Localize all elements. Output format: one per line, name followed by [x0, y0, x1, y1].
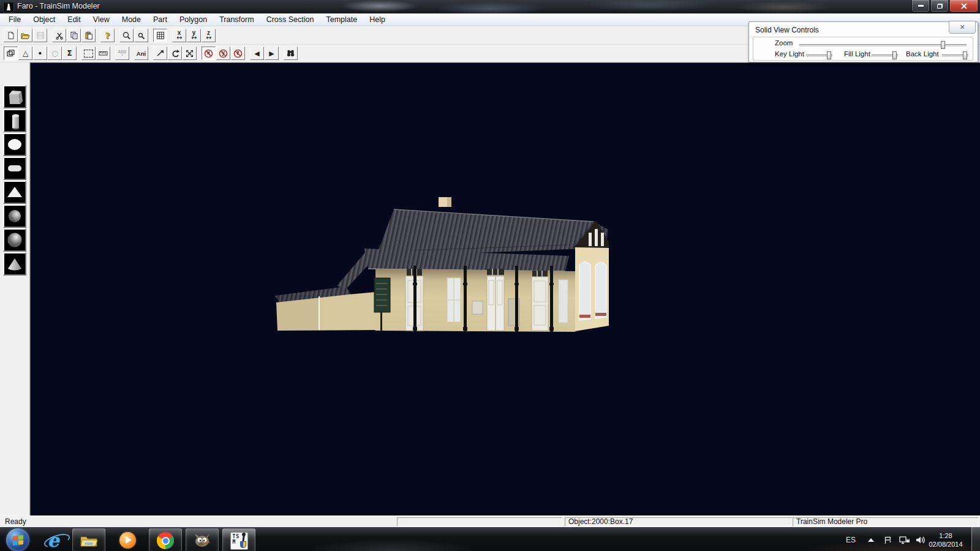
triangle-tool-button[interactable]: △: [18, 47, 32, 60]
primitive-capsule-button[interactable]: [3, 157, 26, 180]
box-tool-button[interactable]: [4, 47, 18, 60]
magnifier-icon: [122, 31, 131, 40]
menu-file[interactable]: File: [2, 14, 27, 25]
circle-tool-button[interactable]: ○: [48, 47, 62, 60]
zoom-slider[interactable]: [799, 44, 967, 47]
measure-button[interactable]: [96, 47, 110, 60]
zoom-slider-thumb[interactable]: [941, 41, 945, 49]
taskbar-internet-explorer[interactable]: e: [39, 527, 67, 551]
up-arrow-icon: [868, 538, 874, 542]
tray-network[interactable]: [895, 527, 913, 551]
app-icon[interactable]: [3, 2, 14, 13]
lock-z-button[interactable]: z: [231, 47, 245, 60]
primitive-ellipse-button[interactable]: [3, 133, 26, 156]
box-wireframe-icon: [6, 49, 15, 58]
cut-scissors-icon: [55, 31, 64, 40]
tray-action-center[interactable]: [880, 527, 895, 551]
panel-title: Solid View Controls: [755, 26, 819, 34]
model-viewport[interactable]: [30, 62, 980, 515]
wire-sphere-icon: [4, 206, 25, 227]
add-part-button[interactable]: ADD▪: [115, 47, 129, 60]
back-light-slider[interactable]: [942, 54, 968, 58]
primitive-wire-sphere-button[interactable]: [3, 204, 26, 228]
menu-view[interactable]: View: [87, 14, 116, 25]
menu-object[interactable]: Object: [27, 14, 61, 25]
move-tool-button[interactable]: [153, 47, 167, 60]
primitive-triangle-button[interactable]: [3, 181, 26, 204]
axis-y-button[interactable]: y↔: [187, 29, 201, 42]
taskbar-chrome[interactable]: [149, 528, 182, 551]
fill-light-thumb[interactable]: [892, 51, 897, 59]
gimp-icon: [193, 532, 211, 549]
save-button[interactable]: [33, 29, 47, 42]
taskbar-media-player[interactable]: [113, 527, 142, 551]
open-file-button[interactable]: [18, 29, 32, 42]
new-file-button[interactable]: [4, 29, 18, 42]
tray-clock[interactable]: 1:28 02/08/2014: [922, 527, 969, 551]
trainsim-modeler-icon: TS M: [230, 532, 248, 550]
point-tool-button[interactable]: •: [33, 47, 47, 60]
taskbar-trainsim-modeler[interactable]: TS M: [222, 528, 255, 551]
paste-button[interactable]: [81, 29, 96, 42]
primitive-cylinder-button[interactable]: [3, 109, 26, 132]
taskbar-windows-explorer[interactable]: [72, 528, 105, 551]
primitive-cube-button[interactable]: [3, 85, 26, 108]
animation-button[interactable]: Ani: [134, 47, 148, 60]
menu-edit[interactable]: Edit: [61, 14, 87, 25]
axis-x-button[interactable]: x↔: [172, 29, 186, 42]
key-light-thumb[interactable]: [827, 51, 831, 59]
next-button[interactable]: ▶: [265, 47, 279, 60]
scale-tool-button[interactable]: [183, 47, 197, 60]
zoom-out-button[interactable]: [134, 29, 148, 42]
show-desktop-button[interactable]: [971, 527, 980, 551]
menu-cross-section[interactable]: Cross Section: [260, 14, 320, 25]
menu-help[interactable]: Help: [363, 14, 391, 25]
sphere-icon: [4, 230, 25, 250]
key-light-slider[interactable]: [806, 54, 832, 58]
tray-language[interactable]: ES: [840, 527, 861, 551]
rotate-tool-button[interactable]: [168, 47, 182, 60]
help-button[interactable]: ?: [100, 29, 115, 42]
axis-z-button[interactable]: z↔: [202, 29, 216, 42]
menu-part[interactable]: Part: [147, 14, 173, 25]
prev-button[interactable]: ◀: [250, 47, 264, 60]
primitive-sphere-button[interactable]: [3, 228, 26, 252]
zoom-slider-label: Zoom: [775, 39, 793, 47]
restore-button[interactable]: [930, 0, 949, 12]
lock-y-button[interactable]: y: [216, 47, 230, 60]
copy-button[interactable]: [67, 29, 81, 42]
primitive-toolbar: [0, 62, 30, 515]
sigma-tool-button[interactable]: Σ: [62, 47, 77, 60]
cut-button[interactable]: [52, 29, 66, 42]
status-bar: Ready Object:2000:Box.17 TrainSim Modele…: [0, 515, 980, 527]
folder-icon: [80, 533, 98, 548]
grid-icon: [156, 31, 165, 40]
window-title: Faro - TrainSim Modeler: [17, 2, 100, 10]
flag-icon: [883, 535, 893, 545]
back-light-thumb[interactable]: [963, 51, 967, 59]
tray-show-hidden-icons[interactable]: [864, 527, 878, 551]
ruler-icon: [99, 50, 108, 57]
taskbar-gimp[interactable]: [186, 528, 219, 551]
select-rect-button[interactable]: [81, 47, 96, 60]
primitive-cone-button[interactable]: [3, 252, 26, 276]
tray-time: 1:28: [939, 531, 952, 540]
menu-mode[interactable]: Mode: [116, 14, 147, 25]
find-button[interactable]: [284, 47, 298, 60]
close-button[interactable]: [949, 0, 978, 12]
menu-polygon[interactable]: Polygon: [173, 14, 213, 25]
grid-toggle-button[interactable]: [153, 29, 167, 42]
internet-explorer-icon: e: [47, 530, 59, 551]
panel-close-button[interactable]: ✕: [949, 21, 976, 34]
fill-light-slider[interactable]: [872, 54, 898, 58]
start-button[interactable]: [5, 527, 31, 551]
menu-template[interactable]: Template: [320, 14, 363, 25]
zoom-in-button[interactable]: [119, 29, 134, 42]
no-y-icon: [219, 49, 228, 58]
title-bar: Faro - TrainSim Modeler: [0, 0, 980, 13]
binoculars-icon: [286, 49, 295, 58]
menu-transform[interactable]: Transform: [213, 14, 260, 25]
minimize-button[interactable]: [911, 0, 930, 12]
lock-x-button[interactable]: x: [202, 47, 216, 60]
fill-light-label: Fill Light: [844, 50, 870, 58]
